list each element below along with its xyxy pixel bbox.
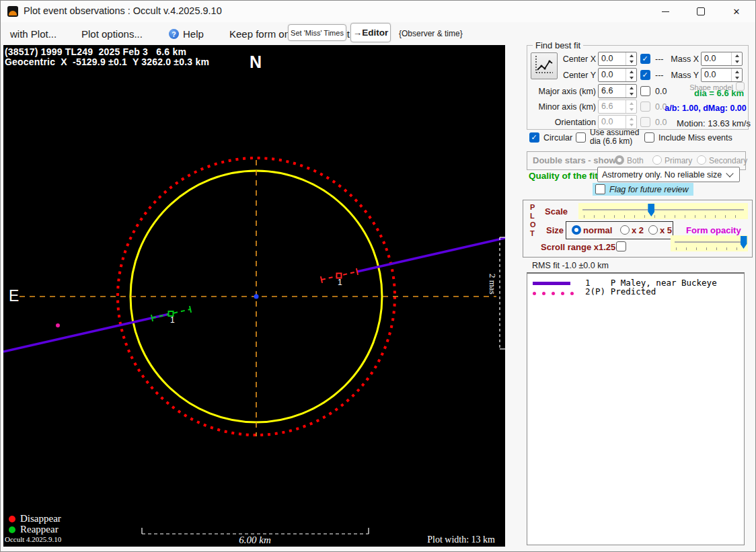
mas-bracket <box>500 237 505 349</box>
plot-letter-l: L <box>530 212 535 220</box>
app-icon <box>7 6 18 17</box>
major-axis-value[interactable]: 6.6 <box>599 85 626 97</box>
menu-bar: with Plot... Plot options... ? Help Keep… <box>1 22 519 45</box>
form-opacity-slider[interactable] <box>671 235 748 251</box>
size-x2-radio[interactable] <box>620 225 630 235</box>
find-best-fit-group: Find best fit Center X 0.0 --- Mass X 0.… <box>527 45 749 130</box>
mass-x-value[interactable]: 0.0 <box>702 52 731 65</box>
double-primary-radio[interactable] <box>652 155 662 165</box>
double-both-label: Both <box>627 156 644 165</box>
center-x-checkbox[interactable] <box>640 54 650 64</box>
plot-canvas[interactable]: (38517) 1999 TL249 2025 Feb 3 6.6 km Geo… <box>3 45 505 547</box>
plot-header-line2: Geocentric X -5129.9 ±0.1 Y 3262.0 ±0.3 … <box>5 56 209 67</box>
center-y-spin-buttons[interactable] <box>626 69 636 81</box>
form-opacity-ticks <box>676 247 745 250</box>
orientation-label: Orientation <box>527 118 596 127</box>
use-assumed-checkbox[interactable] <box>576 132 586 143</box>
quality-dropdown[interactable]: Astrometry only. No reliable size <box>597 167 740 182</box>
use-assumed-line2: dia (6.6 km) <box>590 137 639 146</box>
center-point <box>254 294 259 299</box>
size-x2-label: x 2 <box>632 225 644 235</box>
plot-width-label: Plot width: 13 km <box>427 535 495 545</box>
chord1-label-disappear: 1 <box>338 278 342 287</box>
set-miss-times-button[interactable]: Set 'Miss' Times <box>288 24 346 41</box>
mass-x-label: Mass X <box>662 54 699 64</box>
size-normal-radio[interactable] <box>572 225 581 235</box>
center-y-checkbox[interactable] <box>640 70 650 80</box>
maximize-button[interactable] <box>685 1 716 22</box>
scale-bar-label: 6.00 km <box>208 535 302 546</box>
north-label: N <box>250 52 262 72</box>
ab-dmag-text: a/b: 1.00, dMag: 0.00 <box>663 104 748 113</box>
minor-axis-checkbox[interactable] <box>640 102 650 112</box>
scroll-range-checkbox[interactable] <box>616 241 626 251</box>
help-icon[interactable]: ? <box>169 29 179 39</box>
mass-y-value[interactable]: 0.0 <box>702 69 731 81</box>
center-x-value[interactable]: 0.0 <box>599 52 626 65</box>
minor-axis-value[interactable]: 6.6 <box>599 100 626 113</box>
title-bar[interactable]: Plot event observations : Occult v.4.202… <box>1 1 755 22</box>
mass-x-spin-buttons[interactable] <box>731 52 742 65</box>
close-icon: ✕ <box>733 7 741 17</box>
center-x-label: Center X <box>527 54 596 64</box>
center-y-label: Center Y <box>527 71 596 80</box>
orientation-value[interactable]: 0.0 <box>599 116 626 128</box>
orientation-spin-buttons[interactable] <box>626 116 636 128</box>
size-x5-label: x 5 <box>660 225 672 235</box>
minor-axis-spinner[interactable]: 6.6 <box>598 100 637 114</box>
use-assumed-label: Use assumed dia (6.6 km) <box>590 128 639 146</box>
major-axis-spin-buttons[interactable] <box>626 85 636 97</box>
close-button[interactable]: ✕ <box>721 1 752 22</box>
size-label: Size <box>546 225 564 235</box>
center-y-spinner[interactable]: 0.0 <box>598 68 637 82</box>
chord1-label-reappear: 1 <box>170 315 175 325</box>
scale-label: Scale <box>545 206 568 216</box>
observations-list[interactable]: 1 P Maley, near Buckeye 2(P) Predicted <box>527 272 745 545</box>
editor-button[interactable]: →Editor <box>350 23 391 42</box>
chord-line-left <box>3 314 171 352</box>
orientation-checkbox[interactable] <box>640 117 650 127</box>
observation-row-2[interactable]: 2(P) Predicted <box>585 286 656 297</box>
mass-y-spinner[interactable]: 0.0 <box>701 68 743 82</box>
legend-disappear: Disappear <box>9 513 61 524</box>
minimize-button[interactable] <box>650 1 681 22</box>
quality-value: Astrometry only. No reliable size <box>598 170 727 180</box>
orientation-spinner[interactable]: 0.0 <box>598 115 637 129</box>
mass-y-label: Mass Y <box>662 71 699 80</box>
minor-axis-spin-buttons[interactable] <box>626 100 636 113</box>
double-secondary-label: Secondary <box>709 156 747 165</box>
circular-label: Circular <box>543 133 572 143</box>
form-opacity-label: Form opacity <box>686 225 741 235</box>
major-axis-spinner[interactable]: 6.6 <box>598 84 637 98</box>
predicted-swatch <box>533 292 574 295</box>
circular-checkbox[interactable] <box>529 132 539 143</box>
double-primary-label: Primary <box>665 156 692 165</box>
menu-help[interactable]: Help <box>183 28 204 40</box>
mass-y-spin-buttons[interactable] <box>731 69 742 81</box>
mass-x-spinner[interactable]: 0.0 <box>701 52 743 66</box>
chevron-down-icon <box>726 169 733 177</box>
center-x-spin-buttons[interactable] <box>626 52 636 65</box>
menu-plot-options[interactable]: Plot options... <box>81 28 143 40</box>
double-secondary-radio[interactable] <box>697 155 706 165</box>
center-y-value[interactable]: 0.0 <box>599 69 626 81</box>
size-x5-radio[interactable] <box>648 225 658 235</box>
form-opacity-groove <box>675 241 744 243</box>
include-miss-label: Include Miss events <box>658 133 732 143</box>
find-best-fit-label: Find best fit <box>533 40 583 50</box>
plot-version-label: Occult 4.2025.9.10 <box>5 535 61 543</box>
center-x-spinner[interactable]: 0.0 <box>598 52 637 66</box>
chord-line-right <box>357 238 505 272</box>
double-both-radio[interactable] <box>615 155 624 165</box>
scale-slider-groove <box>582 209 744 210</box>
scroll-range-label: Scroll range x1.25 <box>541 242 615 252</box>
include-miss-checkbox[interactable] <box>644 132 654 143</box>
flag-review-checkbox[interactable] <box>595 184 605 194</box>
major-axis-label: Major axis (km) <box>527 87 596 96</box>
plot-header-line1: (38517) 1999 TL249 2025 Feb 3 6.6 km <box>5 46 186 57</box>
minimize-icon <box>662 11 669 12</box>
major-axis-checkbox[interactable] <box>640 86 650 96</box>
scale-slider[interactable] <box>578 203 748 219</box>
minor-axis-label: Minor axis (km) <box>527 102 596 112</box>
menu-with-plot[interactable]: with Plot... <box>10 28 56 40</box>
